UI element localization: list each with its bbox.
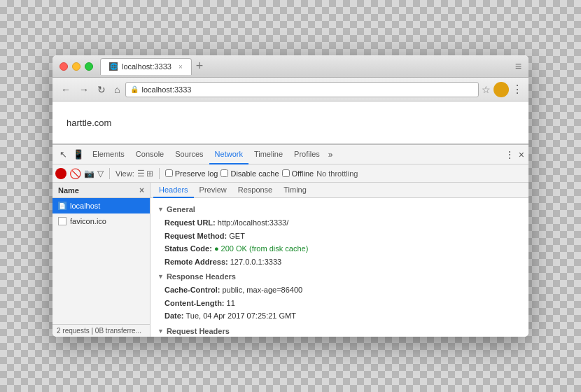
close-button[interactable] [59,62,68,71]
maximize-button[interactable] [85,62,93,71]
detail-pane: Headers Preview Response Timing [150,183,528,337]
tab-timeline[interactable]: Timeline [248,145,288,164]
remote-address-key: Remote Address: [164,258,230,266]
devtools-subtoolbar: 🚫 📷 ▽ View: ☰ ⊞ Preserve log Disable cac… [52,164,528,183]
no-throttle-label: No throttling [316,169,358,178]
page-content: harttle.com [52,102,528,144]
disable-cache-label: Disable cache [230,169,279,178]
localhost-item-name: localhost [70,202,100,210]
date-val: Tue, 04 Apr 2017 07:25:21 GMT [186,312,296,320]
tab-elements[interactable]: Elements [87,145,130,164]
block-icon[interactable]: 🚫 [69,168,81,179]
detail-tab-preview[interactable]: Preview [194,183,232,198]
browser-menu-icon[interactable]: ⋮ [512,83,523,96]
network-item-favicon[interactable]: favicon.ico [52,214,150,229]
detail-tab-response[interactable]: Response [232,183,279,198]
request-url-row: Request URL: http://localhost:3333/ [158,216,522,230]
refresh-button[interactable]: ↻ [94,83,108,97]
detail-tab-headers[interactable]: Headers [153,183,194,198]
status-code-row: Status Code: ● 200 OK (from disk cache) [158,242,522,255]
home-button[interactable]: ⌂ [111,83,122,97]
tab-close-icon[interactable]: × [178,63,183,71]
tab-profiles[interactable]: Profiles [288,145,326,164]
tab-network[interactable]: Network [209,145,248,164]
lock-icon: 🔒 [130,85,139,93]
tab-bar: 🌐 localhost:3333 × + [100,58,515,75]
view-label: View: [115,169,134,178]
request-method-row: Request Method: GET [158,230,522,243]
request-url-val: http://localhost:3333/ [218,218,289,227]
new-tab-button[interactable]: + [196,59,204,74]
cache-control-val: public, max-age=86400 [223,286,303,294]
network-item-localhost[interactable]: 📄 localhost [52,198,150,214]
separator-2 [159,168,160,179]
tab-favicon-icon: 🌐 [109,62,118,71]
camera-icon[interactable]: 📷 [84,169,94,178]
forward-button[interactable]: → [76,83,92,97]
devtools-panel: ↖ 📱 Elements Console Sources Network Tim… [52,144,528,337]
request-url-key: Request URL: [164,218,218,227]
network-list-pane: Name × 📄 localhost favicon.ico 2 request… [52,183,150,337]
minimize-button[interactable] [72,62,80,71]
devtools-controls-right: ⋮ × [505,149,524,160]
detail-content: General Request URL: http://localhost:33… [150,198,528,337]
preserve-log-checkbox[interactable] [165,169,173,177]
bookmark-icon[interactable]: ☆ [482,84,491,95]
date-key: Date: [164,312,186,320]
response-headers-section-header[interactable]: Response Headers [158,272,522,281]
address-bar[interactable]: 🔒 localhost:3333 [125,82,479,97]
devtools-more-tabs-icon[interactable]: » [326,150,336,160]
request-method-key: Request Method: [164,232,229,240]
browser-tab[interactable]: 🌐 localhost:3333 × [100,58,192,75]
network-status-text: 2 requests | 0B transferre... [57,327,141,335]
record-button[interactable] [55,168,66,179]
cache-control-key: Cache-Control: [164,286,223,294]
tab-sources[interactable]: Sources [169,145,209,164]
localhost-file-icon: 📄 [58,202,66,210]
window-menu-icon[interactable]: ≡ [515,60,522,73]
favicon-file-icon [58,217,66,225]
status-code-val: 200 OK (from disk cache) [221,244,309,253]
filter-icon[interactable]: ▽ [97,169,104,178]
name-column-header: Name [58,186,79,195]
title-bar: 🌐 localhost:3333 × + ≡ [52,55,528,78]
offline-label: Offline [292,169,314,178]
tab-title: localhost:3333 [122,62,172,71]
disable-cache-checkbox-group: Disable cache [220,169,279,178]
content-length-row: Content-Length: 11 [158,297,522,310]
disable-cache-checkbox[interactable] [220,169,228,177]
remote-address-row: Remote Address: 127.0.0.1:3333 [158,255,522,269]
network-list-header: Name × [52,183,150,198]
nav-right: ☆ ⋮ [482,82,523,97]
site-name: harttle.com [66,118,111,128]
url-text: localhost:3333 [141,85,191,94]
profile-avatar[interactable] [493,82,509,97]
devtools-tabs: Elements Console Sources Network Timelin… [87,145,505,164]
devtools-toolbar: ↖ 📱 Elements Console Sources Network Tim… [52,145,528,164]
detail-tabs: Headers Preview Response Timing [150,183,528,198]
devtools-close-icon[interactable]: × [519,149,524,160]
devtools-settings-icon[interactable]: ⋮ [505,149,514,160]
detail-tab-timing[interactable]: Timing [278,183,312,198]
tab-console[interactable]: Console [130,145,169,164]
preserve-log-label: Preserve log [175,169,218,178]
view-icons: ☰ ⊞ [137,169,153,178]
separator-1 [109,168,110,179]
network-list-close-icon[interactable]: × [139,186,144,195]
list-view-icon[interactable]: ☰ [137,169,145,178]
cache-control-row: Cache-Control: public, max-age=86400 [158,284,522,297]
grid-view-icon[interactable]: ⊞ [146,169,153,178]
general-section-header[interactable]: General [158,205,522,214]
date-row: Date: Tue, 04 Apr 2017 07:25:21 GMT [158,309,522,323]
network-status-bar: 2 requests | 0B transferre... [52,324,150,337]
devtools-cursor-icon[interactable]: ↖ [57,149,70,160]
devtools-mobile-icon[interactable]: 📱 [70,149,87,160]
content-length-key: Content-Length: [164,299,227,307]
back-button[interactable]: ← [58,83,74,97]
favicon-item-name: favicon.ico [70,217,106,225]
devtools-main: Name × 📄 localhost favicon.ico 2 request… [52,183,528,337]
offline-checkbox[interactable] [282,169,290,177]
request-headers-section-header[interactable]: Request Headers [158,327,522,335]
request-method-val: GET [229,232,245,240]
browser-window: 🌐 localhost:3333 × + ≡ ← → ↻ ⌂ 🔒 localho… [52,55,528,337]
